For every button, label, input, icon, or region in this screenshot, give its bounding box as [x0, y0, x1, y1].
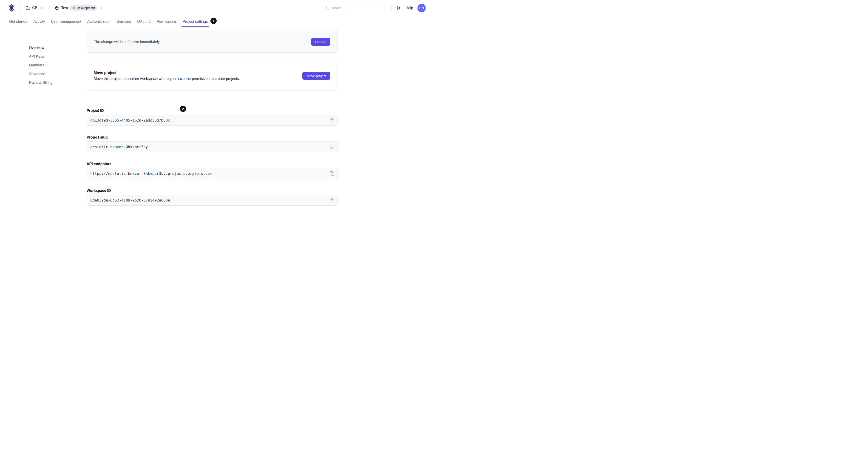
ory-logo-icon: [9, 4, 14, 12]
field-label: API endpoints: [87, 162, 338, 166]
ory-logo[interactable]: [9, 4, 14, 12]
settings-sidebar: Overview API Keys Members Advanced Plans…: [29, 45, 80, 89]
field-label: Project slug: [87, 135, 338, 140]
package-icon: [55, 6, 59, 10]
workspace-name: CB: [32, 6, 37, 10]
search-input[interactable]: [331, 6, 384, 10]
tab-user-management[interactable]: User management: [51, 16, 81, 27]
top-bar-actions: Help CN: [322, 4, 426, 12]
project-identifiers: 2 Project ID 4b13df9d-3555-4485-a62a-2ad…: [87, 109, 338, 215]
sidebar-item-plans-billing[interactable]: Plans & Billing: [29, 81, 80, 85]
move-project-description: Move this project to another workspace w…: [94, 77, 240, 81]
project-name: Test: [61, 6, 68, 10]
readonly-value-box: ecstatic-beaver-0hkvpcr3sy: [87, 141, 338, 152]
move-project-card: Move project Move this project to anothe…: [87, 61, 338, 91]
update-effective-message: The change will be effective immediately: [94, 40, 160, 44]
tab-activity[interactable]: Activity: [33, 16, 45, 27]
readonly-value-box: https://ecstatic-beaver-0hkvpcr3sy.proje…: [87, 168, 338, 179]
move-project-text: Move project Move this project to anothe…: [94, 71, 240, 81]
readonly-value-box: 6de839da-8c52-4109-9b28-3791492e650e: [87, 195, 338, 206]
header-divider: [391, 5, 392, 11]
copy-icon: [330, 145, 334, 149]
rename-card-footer: The change will be effective immediately…: [87, 31, 338, 52]
copy-button[interactable]: [329, 117, 335, 123]
field-workspace-id: Workspace ID 6de839da-8c52-4109-9b28-379…: [87, 188, 338, 206]
sidebar-item-advanced[interactable]: Advanced: [29, 72, 80, 76]
copy-icon: [330, 118, 334, 122]
chevron-down-icon: [39, 6, 43, 10]
main-content: The change will be effective immediately…: [87, 0, 338, 230]
field-api-endpoints: API endpoints https://ecstatic-beaver-0h…: [87, 162, 338, 179]
move-project-title: Move project: [94, 71, 240, 75]
play-icon[interactable]: [397, 6, 401, 10]
field-project-id: Project ID 4b13df9d-3555-4485-a62a-2adc5…: [87, 109, 338, 126]
api-endpoints-value: https://ecstatic-beaver-0hkvpcr3sy.proje…: [90, 172, 212, 176]
update-button[interactable]: Update: [311, 38, 330, 46]
field-label: Workspace ID: [87, 188, 338, 193]
readonly-value-box: 4b13df9d-3555-4485-a62a-2adc55d7b50c: [87, 115, 338, 126]
project-slug-value: ecstatic-beaver-0hkvpcr3sy: [90, 145, 148, 149]
avatar[interactable]: CN: [417, 4, 426, 12]
breadcrumb-separator: /: [47, 5, 51, 10]
sidebar-item-api-keys[interactable]: API Keys: [29, 54, 80, 59]
environment-dot-icon: [72, 7, 75, 9]
copy-button[interactable]: [329, 144, 335, 150]
tab-get-started[interactable]: Get started: [9, 16, 27, 27]
copy-icon: [330, 171, 334, 176]
copy-icon: [330, 198, 334, 203]
move-project-button[interactable]: Move project: [302, 72, 330, 80]
breadcrumb-separator: /: [18, 5, 22, 10]
sidebar-item-members[interactable]: Members: [29, 63, 80, 67]
copy-button[interactable]: [329, 170, 335, 177]
workspace-id-value: 6de839da-8c52-4109-9b28-3791492e650e: [90, 198, 170, 203]
folder-icon: [26, 6, 30, 10]
help-link[interactable]: Help: [405, 6, 413, 10]
copy-button[interactable]: [329, 197, 335, 203]
field-project-slug: Project slug ecstatic-beaver-0hkvpcr3sy: [87, 135, 338, 152]
workspace-switcher[interactable]: CB: [26, 6, 43, 10]
sidebar-item-overview[interactable]: Overview: [29, 45, 80, 50]
rename-project-card: The change will be effective immediately…: [87, 27, 338, 53]
project-id-value: 4b13df9d-3555-4485-a62a-2adc55d7b50c: [90, 118, 170, 122]
field-label: Project ID: [87, 109, 338, 113]
